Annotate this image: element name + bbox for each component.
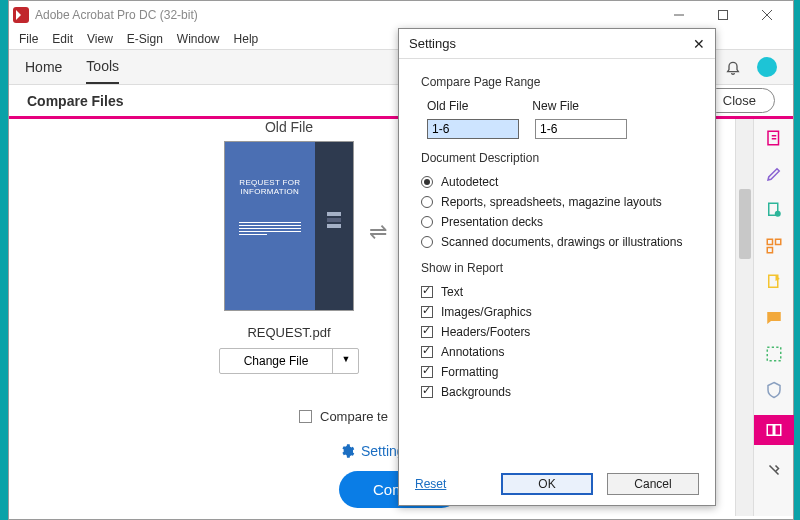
organize-icon[interactable] (763, 235, 785, 257)
menu-esign[interactable]: E-Sign (127, 32, 163, 46)
radio-icon (421, 216, 433, 228)
doc-thumb-page: REQUEST FOR INFORMATION (225, 142, 315, 310)
radio-label: Autodetect (441, 175, 498, 189)
change-file-button[interactable]: Change File ▼ (219, 348, 360, 374)
dialog-close-button[interactable]: ✕ (693, 36, 705, 52)
doc-thumb-title1: REQUEST FOR (235, 178, 305, 187)
checkbox-icon (421, 306, 433, 318)
doc-desc-option-presentation[interactable]: Presentation decks (421, 215, 693, 229)
cancel-button[interactable]: Cancel (607, 473, 699, 495)
dialog-footer: Reset OK Cancel (415, 473, 699, 495)
checkbox-icon (421, 286, 433, 298)
tab-tools[interactable]: Tools (86, 50, 119, 84)
swap-files-icon[interactable]: ⇌ (369, 219, 387, 245)
gear-icon (339, 443, 355, 459)
menu-edit[interactable]: Edit (52, 32, 73, 46)
old-file-range-input[interactable] (427, 119, 519, 139)
settings-dialog: Settings ✕ Compare Page Range Old File N… (398, 28, 716, 506)
old-file-thumbnail[interactable]: REQUEST FOR INFORMATION (224, 141, 354, 311)
menu-window[interactable]: Window (177, 32, 220, 46)
doc-thumb-strip (315, 142, 353, 310)
close-window-button[interactable] (745, 1, 789, 29)
window-controls (657, 1, 789, 29)
scrollbar[interactable] (735, 119, 753, 516)
svg-rect-11 (767, 347, 781, 361)
checkbox-icon (421, 386, 433, 398)
dialog-titlebar: Settings ✕ (399, 29, 715, 59)
doc-desc-option-reports[interactable]: Reports, spreadsheets, magazine layouts (421, 195, 693, 209)
compare-text-only-checkbox[interactable] (299, 410, 312, 423)
compare-files-icon[interactable] (754, 415, 794, 445)
titlebar: Adobe Acrobat Pro DC (32-bit) (9, 1, 793, 29)
new-file-range-input[interactable] (535, 119, 627, 139)
check-label: Text (441, 285, 463, 299)
reset-link[interactable]: Reset (415, 477, 446, 491)
show-in-report-label: Show in Report (421, 261, 693, 275)
svg-rect-7 (767, 239, 772, 244)
radio-label: Scanned documents, drawings or illustrat… (441, 235, 682, 249)
check-label: Formatting (441, 365, 498, 379)
old-file-name: REQUEST.pdf (209, 325, 369, 340)
show-option-text[interactable]: Text (421, 285, 693, 299)
show-option-annotations[interactable]: Annotations (421, 345, 693, 359)
radio-icon (421, 196, 433, 208)
doc-thumb-title2: INFORMATION (235, 187, 305, 196)
window-title: Adobe Acrobat Pro DC (32-bit) (35, 8, 657, 22)
redact-icon[interactable] (763, 343, 785, 365)
show-option-formatting[interactable]: Formatting (421, 365, 693, 379)
stamp-icon[interactable] (763, 271, 785, 293)
tab-home[interactable]: Home (25, 51, 62, 83)
ok-button[interactable]: OK (501, 473, 593, 495)
show-option-backgrounds[interactable]: Backgrounds (421, 385, 693, 399)
check-label: Annotations (441, 345, 504, 359)
user-avatar[interactable] (757, 57, 777, 77)
checkbox-icon (421, 346, 433, 358)
scrollbar-thumb[interactable] (739, 189, 751, 259)
svg-point-6 (774, 211, 780, 217)
check-label: Backgrounds (441, 385, 511, 399)
dialog-body: Compare Page Range Old File New File Doc… (399, 59, 715, 411)
radio-icon (421, 176, 433, 188)
right-tool-rail (753, 119, 793, 516)
settings-link[interactable]: Setting (339, 443, 405, 459)
comment-icon[interactable] (763, 307, 785, 329)
menu-file[interactable]: File (19, 32, 38, 46)
svg-rect-9 (767, 248, 772, 253)
old-file-block: Old File REQUEST FOR INFORMATION REQUEST… (209, 119, 369, 374)
maximize-button[interactable] (701, 1, 745, 29)
edit-icon[interactable] (763, 163, 785, 185)
create-pdf-icon[interactable] (763, 127, 785, 149)
dialog-title: Settings (409, 36, 693, 51)
menu-help[interactable]: Help (234, 32, 259, 46)
new-file-range-label: New File (532, 99, 579, 113)
old-file-range-label: Old File (427, 99, 468, 113)
app-logo-icon (13, 7, 29, 23)
doc-description-label: Document Description (421, 151, 693, 165)
show-option-headers[interactable]: Headers/Footers (421, 325, 693, 339)
menu-view[interactable]: View (87, 32, 113, 46)
radio-label: Reports, spreadsheets, magazine layouts (441, 195, 662, 209)
change-file-label: Change File (220, 349, 334, 373)
checkbox-icon (421, 326, 433, 338)
svg-rect-8 (775, 239, 780, 244)
compare-range-label: Compare Page Range (421, 75, 693, 89)
checkbox-icon (421, 366, 433, 378)
doc-desc-option-scanned[interactable]: Scanned documents, drawings or illustrat… (421, 235, 693, 249)
check-label: Images/Graphics (441, 305, 532, 319)
minimize-button[interactable] (657, 1, 701, 29)
check-label: Headers/Footers (441, 325, 530, 339)
more-tools-icon[interactable] (763, 459, 785, 481)
svg-rect-13 (774, 425, 780, 436)
compare-text-only-row: Compare te (299, 409, 388, 424)
show-option-images[interactable]: Images/Graphics (421, 305, 693, 319)
change-file-dropdown[interactable]: ▼ (333, 349, 358, 373)
notifications-icon[interactable] (725, 59, 741, 75)
compare-text-only-label: Compare te (320, 409, 388, 424)
old-file-label: Old File (209, 119, 369, 135)
radio-icon (421, 236, 433, 248)
radio-label: Presentation decks (441, 215, 543, 229)
doc-desc-option-autodetect[interactable]: Autodetect (421, 175, 693, 189)
svg-rect-1 (719, 11, 728, 20)
export-icon[interactable] (763, 199, 785, 221)
protect-icon[interactable] (763, 379, 785, 401)
